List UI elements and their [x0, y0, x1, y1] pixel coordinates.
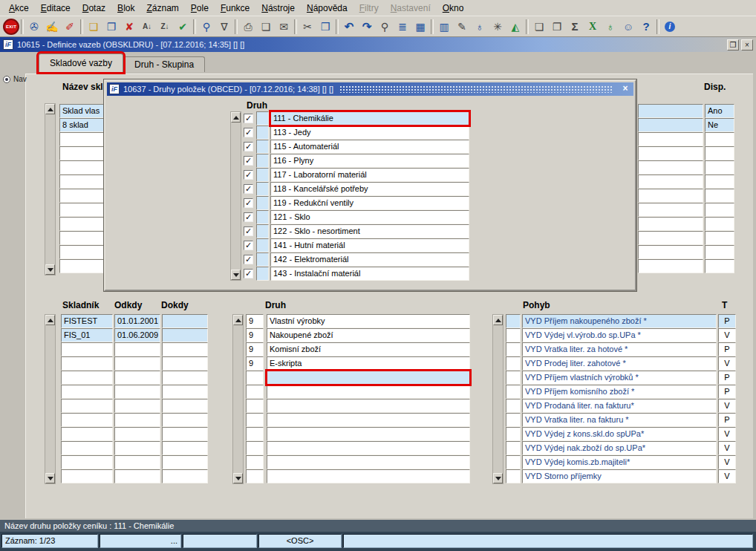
druh-checkbox[interactable]	[244, 198, 253, 208]
menu-zaznam[interactable]: Záznam	[140, 1, 184, 15]
tile-window-icon[interactable]: ❏	[530, 18, 548, 36]
separator[interactable]	[233, 18, 239, 36]
dokdy-field[interactable]	[162, 455, 208, 469]
upper-right-field[interactable]	[638, 104, 703, 118]
druh-code-field[interactable]	[246, 469, 264, 483]
druh-code-field[interactable]	[246, 427, 264, 441]
druh-code-field[interactable]	[246, 413, 264, 427]
pohyb-flag-field[interactable]	[506, 385, 521, 399]
find-document-icon[interactable]: ⚲	[376, 18, 394, 36]
odkdy-field[interactable]	[114, 427, 160, 441]
pohyb-type-field[interactable]: P	[718, 413, 736, 427]
skladnik-field[interactable]	[61, 469, 113, 483]
pohyb-flag-field[interactable]	[506, 413, 521, 427]
tab-druh-skupina[interactable]: Druh - Skupina	[123, 56, 205, 72]
odkdy-field[interactable]	[114, 399, 160, 413]
druh-name-field[interactable]: 121 - Sklo	[270, 210, 469, 224]
druh-block-scrollbar[interactable]	[232, 314, 244, 484]
clear-record-icon[interactable]: ✐	[61, 18, 79, 36]
disp-field[interactable]	[705, 160, 734, 175]
druh-code-field[interactable]	[246, 371, 264, 385]
druh-name-field[interactable]: 115 - Automateriál	[270, 140, 469, 154]
sort-asc-icon[interactable]: A↓	[138, 18, 156, 36]
approve-icon[interactable]: ✍	[43, 18, 61, 36]
druh-checkbox[interactable]	[244, 156, 253, 166]
druh-name-field[interactable]: 118 - Kancelářské potřeby	[270, 182, 469, 196]
dokdy-field[interactable]	[162, 441, 208, 455]
scroll-up-button[interactable]	[45, 104, 55, 114]
odkdy-field[interactable]	[114, 385, 160, 399]
execute-query-icon[interactable]: ✔	[174, 18, 192, 36]
odkdy-field[interactable]	[114, 441, 160, 455]
nav-toggle[interactable]: Nav	[3, 75, 27, 83]
druh-name-field[interactable]: Komisní zboží	[267, 342, 470, 356]
pohyb-type-field[interactable]: P	[718, 371, 736, 385]
scroll-up-button[interactable]	[231, 112, 241, 123]
pohyb-name-field[interactable]: VYD Výdej vl.výrob.do sp.UPa *	[522, 328, 717, 342]
pohyb-block-scrollbar[interactable]	[492, 314, 504, 484]
pohyb-flag-field[interactable]	[506, 427, 521, 441]
odkdy-field[interactable]	[114, 356, 160, 371]
redo-icon[interactable]: ↷	[358, 18, 376, 36]
druh-checkbox[interactable]	[244, 212, 253, 222]
disp-field[interactable]: Ne	[705, 118, 734, 132]
menu-filtry[interactable]: Filtry	[353, 1, 385, 15]
druh-name-field[interactable]	[267, 385, 470, 399]
scroll-up-button[interactable]	[233, 315, 243, 325]
dokdy-field[interactable]	[162, 399, 208, 413]
close-window-button[interactable]: ×	[741, 39, 753, 50]
skladnik-field[interactable]	[61, 455, 113, 469]
pohyb-type-field[interactable]: V	[718, 356, 736, 371]
menu-dotaz[interactable]: Dotaz	[76, 1, 111, 15]
druh-name-field[interactable]: Vlastní výrobky	[267, 314, 470, 328]
pohyb-type-field[interactable]: V	[718, 441, 736, 455]
upper-right-field[interactable]	[638, 245, 703, 259]
skladnik-field[interactable]	[61, 441, 113, 455]
scroll-down-button[interactable]	[45, 473, 55, 483]
separator[interactable]	[429, 18, 435, 36]
druh-checkbox[interactable]	[244, 142, 253, 151]
pohyb-name-field[interactable]: VYD Storno příjemky	[522, 469, 717, 483]
scroll-up-button[interactable]	[45, 315, 55, 325]
scrollbar-track[interactable]	[45, 325, 55, 473]
odkdy-field[interactable]	[114, 455, 160, 469]
druh-checkbox[interactable]	[244, 241, 253, 250]
druh-flag-field[interactable]	[256, 252, 269, 267]
copy-record-icon[interactable]: ❐	[102, 18, 120, 36]
help-icon[interactable]: ?	[637, 18, 655, 36]
druh-name-field[interactable]	[267, 469, 470, 483]
disp-field[interactable]	[705, 189, 734, 203]
upper-right-field[interactable]	[638, 160, 703, 175]
restore-window-button[interactable]: ❐	[727, 39, 739, 50]
druh-name-field[interactable]: 122 - Sklo - nesortiment	[270, 224, 469, 238]
separator[interactable]	[655, 18, 661, 36]
druh-flag-field[interactable]	[256, 238, 269, 252]
save-icon[interactable]: ✇	[25, 18, 43, 36]
druh-name-field[interactable]	[267, 371, 470, 385]
sort-desc-icon[interactable]: Z↓	[156, 18, 174, 36]
scroll-down-button[interactable]	[45, 264, 55, 275]
upper-right-field[interactable]	[638, 231, 703, 245]
upper-right-field[interactable]	[638, 259, 703, 273]
upper-block-scrollbar[interactable]	[45, 103, 56, 276]
druh-name-field[interactable]	[267, 455, 470, 469]
skladnik-block-scrollbar[interactable]	[45, 314, 56, 484]
druh-code-field[interactable]: 9	[246, 356, 264, 371]
druh-name-field[interactable]: 143 - Instalační materiál	[270, 267, 469, 281]
dokdy-field[interactable]	[162, 413, 208, 427]
pohyb-type-field[interactable]: V	[718, 455, 736, 469]
separator[interactable]	[19, 18, 25, 36]
exit-button[interactable]: EXIT	[3, 19, 19, 35]
scroll-down-button[interactable]	[231, 270, 241, 280]
pohyb-type-field[interactable]: V	[718, 328, 736, 342]
scroll-down-button[interactable]	[493, 473, 503, 483]
print-icon[interactable]: ⎙	[239, 18, 257, 36]
druh-flag-field[interactable]	[256, 224, 269, 238]
skladnik-field[interactable]: FISTEST	[61, 314, 113, 328]
druh-code-field[interactable]	[246, 441, 264, 455]
delete-record-icon[interactable]: ✘	[120, 18, 138, 36]
pohyb-type-field[interactable]: P	[718, 385, 736, 399]
web-browser-icon[interactable]: ♁	[471, 18, 489, 36]
filter-icon[interactable]: ∇	[215, 18, 233, 36]
druh-flag-field[interactable]	[256, 154, 269, 168]
